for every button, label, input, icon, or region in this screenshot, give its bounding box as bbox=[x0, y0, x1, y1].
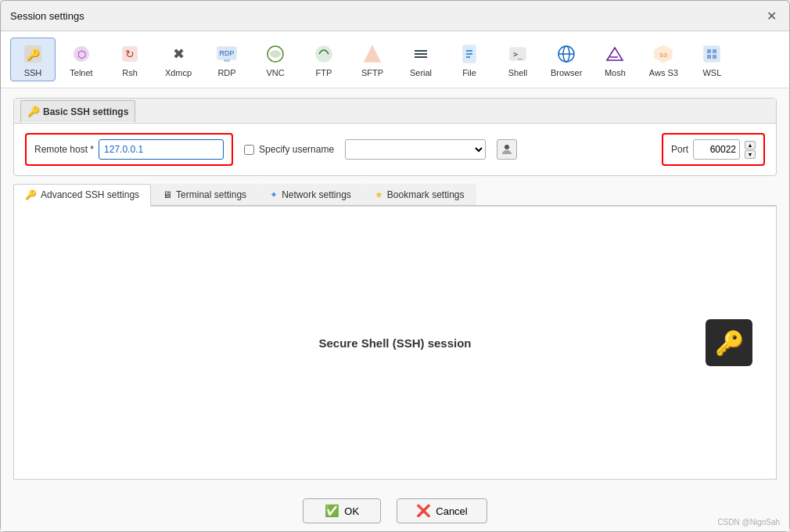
rsh-icon: ↻ bbox=[117, 41, 142, 66]
file-icon bbox=[457, 41, 482, 66]
mosh-icon bbox=[602, 41, 627, 66]
ok-button[interactable]: ✅ OK bbox=[303, 498, 381, 523]
serial-label: Serial bbox=[410, 68, 432, 77]
basic-ssh-icon: 🔑 bbox=[27, 106, 40, 117]
watermark: CSDN @NignSah bbox=[717, 518, 780, 527]
serial-icon bbox=[408, 41, 433, 66]
protocol-rdp[interactable]: RDP RDP bbox=[204, 38, 250, 81]
vnc-icon bbox=[263, 41, 288, 66]
svg-marker-12 bbox=[364, 46, 380, 62]
dialog-title: Session settings bbox=[10, 10, 84, 22]
username-checkbox-group: Specify username bbox=[244, 144, 334, 155]
cancel-button[interactable]: ❌ Cancel bbox=[397, 498, 487, 523]
file-label: File bbox=[462, 68, 476, 77]
telnet-icon: ⬡ bbox=[69, 41, 94, 66]
key-icon: 🔑 bbox=[715, 329, 744, 357]
remote-host-input[interactable] bbox=[99, 139, 224, 160]
protocol-browser[interactable]: Browser bbox=[544, 38, 589, 81]
ssh-settings-row: Remote host * Specify username bbox=[25, 133, 765, 166]
protocol-bar: 🔑 SSH ⬡ Telnet ↻ Rsh ✖ Xdmcp bbox=[1, 31, 789, 88]
bookmark-tab-label: Bookmark settings bbox=[387, 189, 465, 200]
vnc-label: VNC bbox=[266, 68, 284, 77]
basic-ssh-header: 🔑 Basic SSH settings bbox=[14, 99, 776, 124]
svg-text:✖: ✖ bbox=[173, 46, 185, 62]
svg-rect-31 bbox=[713, 55, 716, 59]
port-spinner: ▲ ▼ bbox=[745, 141, 756, 159]
protocol-wsl[interactable]: WSL bbox=[689, 38, 734, 81]
close-button[interactable]: ✕ bbox=[763, 7, 780, 24]
remote-host-group: Remote host * bbox=[25, 133, 233, 166]
protocol-awss3[interactable]: S3 Aws S3 bbox=[641, 38, 686, 81]
port-up-button[interactable]: ▲ bbox=[745, 141, 756, 149]
specify-username-checkbox[interactable] bbox=[244, 145, 254, 155]
wsl-icon bbox=[699, 41, 724, 66]
port-input[interactable] bbox=[693, 139, 740, 160]
ssh-icon: 🔑 bbox=[20, 41, 45, 66]
tab-navigation: 🔑 Advanced SSH settings 🖥 Terminal setti… bbox=[13, 184, 777, 207]
port-group: Port ▲ ▼ bbox=[662, 133, 765, 166]
protocol-xdmcp[interactable]: ✖ Xdmcp bbox=[156, 38, 201, 81]
protocol-shell[interactable]: >_ Shell bbox=[495, 38, 540, 81]
svg-text:RDP: RDP bbox=[219, 49, 234, 57]
tab-terminal[interactable]: 🖥 Terminal settings bbox=[151, 184, 258, 205]
xdmcp-icon: ✖ bbox=[166, 41, 191, 66]
protocol-file[interactable]: File bbox=[447, 38, 492, 81]
svg-rect-30 bbox=[707, 55, 711, 59]
tab-bookmark[interactable]: ★ Bookmark settings bbox=[363, 184, 476, 205]
protocol-ftp[interactable]: FTP bbox=[301, 38, 347, 81]
session-settings-dialog: Session settings ✕ 🔑 SSH ⬡ Telnet ↻ bbox=[0, 0, 790, 532]
user-icon-button[interactable] bbox=[497, 139, 517, 160]
tab-advanced-ssh[interactable]: 🔑 Advanced SSH settings bbox=[13, 184, 151, 207]
bottom-tabs: 🔑 Advanced SSH settings 🖥 Terminal setti… bbox=[13, 184, 777, 480]
advanced-ssh-tab-label: Advanced SSH settings bbox=[41, 189, 139, 200]
port-down-button[interactable]: ▼ bbox=[745, 150, 756, 159]
shell-label: Shell bbox=[508, 68, 527, 77]
svg-rect-28 bbox=[707, 49, 711, 53]
port-label: Port bbox=[671, 144, 688, 155]
svg-rect-27 bbox=[704, 46, 720, 62]
main-content: 🔑 Basic SSH settings Remote host * Speci… bbox=[1, 88, 789, 489]
ftp-icon bbox=[311, 41, 336, 66]
network-tab-label: Network settings bbox=[282, 189, 351, 200]
advanced-ssh-tab-icon: 🔑 bbox=[25, 189, 37, 200]
cancel-label: Cancel bbox=[436, 505, 467, 517]
bookmark-tab-icon: ★ bbox=[375, 189, 383, 200]
svg-text:↻: ↻ bbox=[125, 48, 135, 60]
protocol-serial[interactable]: Serial bbox=[398, 38, 443, 81]
tab-content-area: Secure Shell (SSH) session 🔑 bbox=[13, 207, 777, 480]
svg-text:S3: S3 bbox=[659, 52, 667, 59]
svg-rect-8 bbox=[224, 59, 230, 62]
ok-icon: ✅ bbox=[325, 504, 339, 518]
protocol-sftp[interactable]: SFTP bbox=[350, 38, 395, 81]
ok-label: OK bbox=[344, 505, 359, 517]
svg-rect-29 bbox=[713, 49, 716, 53]
shell-icon: >_ bbox=[505, 41, 530, 66]
specify-username-label[interactable]: Specify username bbox=[259, 144, 334, 155]
terminal-tab-icon: 🖥 bbox=[163, 189, 172, 200]
network-tab-icon: ✦ bbox=[270, 189, 278, 200]
protocol-telnet[interactable]: ⬡ Telnet bbox=[59, 38, 104, 81]
xdmcp-label: Xdmcp bbox=[165, 68, 192, 77]
rdp-label: RDP bbox=[217, 68, 235, 77]
svg-point-32 bbox=[505, 145, 509, 149]
protocol-ssh[interactable]: 🔑 SSH bbox=[10, 38, 56, 81]
browser-icon bbox=[554, 41, 579, 66]
protocol-mosh[interactable]: Mosh bbox=[592, 38, 637, 81]
title-bar: Session settings ✕ bbox=[1, 1, 789, 31]
awss3-label: Aws S3 bbox=[649, 68, 678, 77]
cancel-icon: ❌ bbox=[416, 504, 431, 518]
svg-text:>_: >_ bbox=[513, 50, 523, 59]
sftp-label: SFTP bbox=[361, 68, 383, 77]
basic-ssh-group: 🔑 Basic SSH settings Remote host * Speci… bbox=[13, 98, 777, 176]
terminal-tab-label: Terminal settings bbox=[176, 189, 246, 200]
wsl-label: WSL bbox=[702, 68, 721, 77]
svg-text:⬡: ⬡ bbox=[77, 49, 86, 60]
protocol-rsh[interactable]: ↻ Rsh bbox=[107, 38, 153, 81]
ftp-label: FTP bbox=[316, 68, 332, 77]
username-select[interactable] bbox=[345, 139, 486, 160]
mosh-label: Mosh bbox=[605, 68, 626, 77]
protocol-vnc[interactable]: VNC bbox=[253, 38, 298, 81]
browser-label: Browser bbox=[551, 68, 582, 77]
tab-network[interactable]: ✦ Network settings bbox=[258, 184, 363, 205]
ssh-session-description: Secure Shell (SSH) session bbox=[318, 336, 471, 350]
